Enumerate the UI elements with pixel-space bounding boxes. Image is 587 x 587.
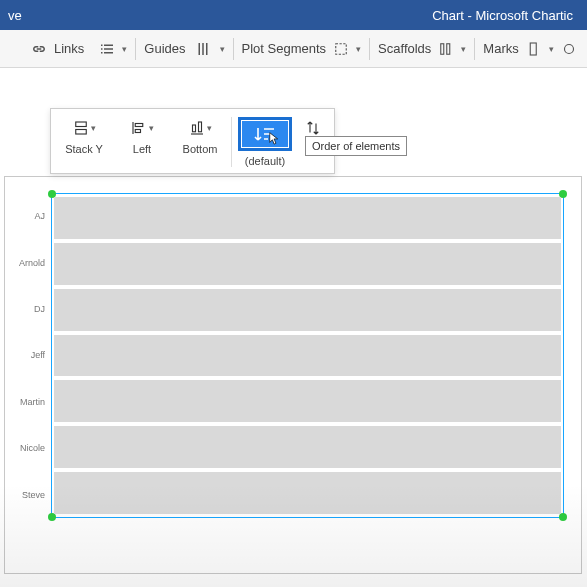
svg-rect-6 xyxy=(76,130,87,135)
separator xyxy=(233,38,234,60)
list-icon xyxy=(98,40,116,58)
stack-y-icon xyxy=(72,119,90,137)
y-label: Jeff xyxy=(5,332,49,378)
bar[interactable] xyxy=(54,289,561,331)
canvas-area[interactable]: ▾ Stack Y ▾ Left ▾ Bottom xyxy=(0,68,587,587)
app-title: Chart - Microsoft Chartic xyxy=(36,8,579,23)
svg-rect-7 xyxy=(135,124,143,127)
chevron-down-icon: ▾ xyxy=(220,44,225,54)
sort-default-button[interactable]: (default) xyxy=(234,115,296,169)
plot-segment[interactable] xyxy=(51,193,564,518)
marks-label: Marks xyxy=(483,41,518,56)
plot-segments-label: Plot Segments xyxy=(242,41,327,56)
chevron-down-icon: ▾ xyxy=(122,44,127,54)
marks-group[interactable]: Marks ▾ xyxy=(477,40,583,58)
sort-default-label: (default) xyxy=(245,155,285,167)
chevron-down-icon: ▾ xyxy=(149,123,154,133)
y-axis-labels: AJ Arnold DJ Jeff Martin Nicole Steve xyxy=(5,193,49,518)
ribbon-bar: Links ▾ Guides ▾ Plot Segments ▾ Scaffol… xyxy=(0,30,587,68)
y-label: DJ xyxy=(5,286,49,332)
y-label: Martin xyxy=(5,379,49,425)
chevron-down-icon: ▾ xyxy=(461,44,466,54)
svg-rect-2 xyxy=(447,43,450,54)
bar[interactable] xyxy=(54,426,561,468)
cursor-icon xyxy=(268,131,282,145)
resize-handle-br[interactable] xyxy=(559,513,567,521)
floating-toolbar: ▾ Stack Y ▾ Left ▾ Bottom xyxy=(50,108,335,174)
resize-handle-bl[interactable] xyxy=(48,513,56,521)
links-group[interactable]: Links xyxy=(24,40,90,58)
separator xyxy=(231,117,232,167)
scaffold-icon xyxy=(437,40,455,58)
separator xyxy=(474,38,475,60)
align-bottom-button[interactable]: ▾ Bottom xyxy=(171,115,229,157)
bar[interactable] xyxy=(54,243,561,285)
chevron-down-icon: ▾ xyxy=(91,123,96,133)
bar[interactable] xyxy=(54,380,561,422)
y-label: Nicole xyxy=(5,425,49,471)
svg-rect-0 xyxy=(336,43,347,54)
mark-symbol-icon xyxy=(560,40,578,58)
links-label: Links xyxy=(54,41,84,56)
align-bottom-icon xyxy=(188,119,206,137)
separator xyxy=(369,38,370,60)
swap-vertical-icon xyxy=(304,119,322,137)
align-left-label: Left xyxy=(133,143,151,155)
plot-segments-group[interactable]: Plot Segments ▾ xyxy=(236,40,368,58)
guides-label: Guides xyxy=(144,41,185,56)
svg-rect-10 xyxy=(199,122,202,132)
stack-y-button[interactable]: ▾ Stack Y xyxy=(55,115,113,157)
chevron-down-icon: ▾ xyxy=(207,123,212,133)
bar[interactable] xyxy=(54,472,561,514)
scaffolds-label: Scaffolds xyxy=(378,41,431,56)
list-dropdown[interactable]: ▾ xyxy=(92,40,133,58)
mark-rect-icon xyxy=(525,40,543,58)
guide-icon xyxy=(192,40,214,58)
title-bar: ve Chart - Microsoft Chartic xyxy=(0,0,587,30)
svg-rect-8 xyxy=(135,130,140,133)
svg-point-4 xyxy=(564,44,573,53)
y-label: Arnold xyxy=(5,239,49,285)
svg-rect-9 xyxy=(193,125,196,132)
svg-rect-3 xyxy=(530,43,536,55)
y-label: Steve xyxy=(5,472,49,518)
svg-rect-1 xyxy=(441,43,444,54)
bar-rows xyxy=(54,197,561,514)
stack-y-label: Stack Y xyxy=(65,143,103,155)
title-left-fragment: ve xyxy=(8,8,36,23)
scaffolds-group[interactable]: Scaffolds ▾ xyxy=(372,40,472,58)
y-label: AJ xyxy=(5,193,49,239)
align-left-button[interactable]: ▾ Left xyxy=(113,115,171,157)
align-left-icon xyxy=(130,119,148,137)
align-bottom-label: Bottom xyxy=(183,143,218,155)
svg-rect-5 xyxy=(76,122,87,127)
tooltip: Order of elements xyxy=(305,136,407,156)
bar[interactable] xyxy=(54,335,561,377)
link-icon xyxy=(30,40,48,58)
chart-frame[interactable]: AJ Arnold DJ Jeff Martin Nicole Steve xyxy=(4,176,582,574)
separator xyxy=(135,38,136,60)
region-icon xyxy=(332,40,350,58)
chevron-down-icon: ▾ xyxy=(356,44,361,54)
guides-group[interactable]: Guides ▾ xyxy=(138,40,230,58)
bar[interactable] xyxy=(54,197,561,239)
chevron-down-icon: ▾ xyxy=(549,44,554,54)
